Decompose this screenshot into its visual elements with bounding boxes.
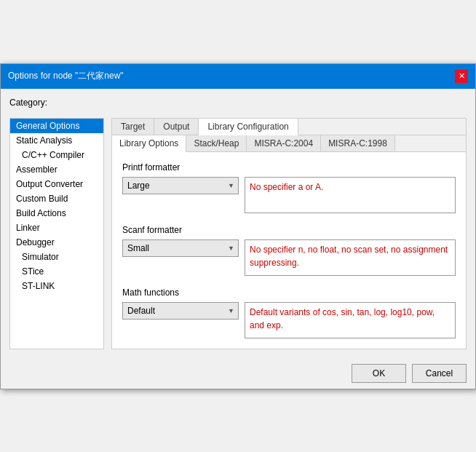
select-scanf-formatter[interactable]: TinySmallLargeFull bbox=[122, 239, 239, 257]
title-bar: Options for node "二代家new" ✕ bbox=[1, 64, 475, 89]
form-row-math-functions: DefaultInteger onlyFullDefault variants … bbox=[122, 302, 456, 338]
dialog-window: Options for node "二代家new" ✕ Category: Ge… bbox=[0, 63, 476, 389]
select-printf-formatter[interactable]: TinySmallLargeFull bbox=[122, 177, 239, 194]
label-math-functions: Math functions bbox=[122, 288, 456, 298]
sidebar-item-linker[interactable]: Linker bbox=[10, 221, 103, 235]
category-label: Category: bbox=[9, 98, 467, 108]
sidebar-item-general-options[interactable]: General Options bbox=[10, 119, 103, 133]
form-group-printf-formatter: Printf formatterTinySmallLargeFullNo spe… bbox=[122, 162, 456, 213]
description-math-functions: Default variants of cos, sin, tan, log, … bbox=[245, 302, 456, 338]
description-scanf-formatter: No specifier n, no float, no scan set, n… bbox=[245, 239, 456, 276]
tab-target[interactable]: Target bbox=[112, 119, 154, 135]
content-area: TargetOutputLibrary Configuration Librar… bbox=[111, 118, 467, 349]
tab-library-options[interactable]: Library Options bbox=[112, 135, 186, 152]
sidebar-item-stice[interactable]: STice bbox=[10, 264, 103, 279]
dialog-body: Category: General OptionsStatic Analysis… bbox=[1, 89, 475, 358]
sidebar-item-static-analysis[interactable]: Static Analysis bbox=[10, 133, 103, 148]
dialog-footer: OK Cancel bbox=[1, 358, 475, 389]
sidebar-item-output-converter[interactable]: Output Converter bbox=[10, 177, 103, 191]
form-group-math-functions: Math functionsDefaultInteger onlyFullDef… bbox=[122, 288, 456, 338]
sidebar-item-build-actions[interactable]: Build Actions bbox=[10, 206, 103, 221]
sidebar-item-st-link[interactable]: ST-LINK bbox=[10, 279, 103, 293]
sidebar-item-simulator[interactable]: Simulator bbox=[10, 250, 103, 264]
tab-output[interactable]: Output bbox=[154, 119, 199, 135]
tabs-row2: Library OptionsStack/HeapMISRA-C:2004MIS… bbox=[112, 135, 466, 152]
select-wrapper-scanf-formatter: TinySmallLargeFull bbox=[122, 239, 239, 257]
label-scanf-formatter: Scanf formatter bbox=[122, 225, 456, 235]
close-button[interactable]: ✕ bbox=[455, 70, 468, 83]
label-printf-formatter: Printf formatter bbox=[122, 162, 456, 173]
sidebar-item-cpp-compiler[interactable]: C/C++ Compiler bbox=[10, 148, 103, 162]
sidebar-item-custom-build[interactable]: Custom Build bbox=[10, 191, 103, 206]
main-area: General OptionsStatic AnalysisC/C++ Comp… bbox=[9, 118, 467, 349]
content-panel: Printf formatterTinySmallLargeFullNo spe… bbox=[112, 152, 466, 349]
form-row-scanf-formatter: TinySmallLargeFullNo specifier n, no flo… bbox=[122, 239, 456, 276]
form-row-printf-formatter: TinySmallLargeFullNo specifier a or A. bbox=[122, 177, 456, 213]
sidebar-item-assembler[interactable]: Assembler bbox=[10, 162, 103, 177]
select-wrapper-printf-formatter: TinySmallLargeFull bbox=[122, 177, 239, 194]
description-printf-formatter: No specifier a or A. bbox=[245, 177, 456, 213]
dialog-title: Options for node "二代家new" bbox=[8, 70, 124, 82]
select-wrapper-math-functions: DefaultInteger onlyFull bbox=[122, 302, 239, 320]
cancel-button[interactable]: Cancel bbox=[412, 364, 467, 383]
ok-button[interactable]: OK bbox=[352, 364, 406, 383]
tab-misra-c-2004[interactable]: MISRA-C:2004 bbox=[247, 135, 321, 151]
tabs-row1: TargetOutputLibrary Configuration bbox=[112, 119, 466, 135]
tab-library-config[interactable]: Library Configuration bbox=[199, 119, 298, 135]
tab-misra-c-1998[interactable]: MISRA-C:1998 bbox=[321, 135, 395, 151]
tab-stack-heap[interactable]: Stack/Heap bbox=[186, 135, 247, 151]
sidebar-item-debugger[interactable]: Debugger bbox=[10, 235, 103, 250]
sidebar: General OptionsStatic AnalysisC/C++ Comp… bbox=[9, 118, 104, 349]
form-group-scanf-formatter: Scanf formatterTinySmallLargeFullNo spec… bbox=[122, 225, 456, 276]
select-math-functions[interactable]: DefaultInteger onlyFull bbox=[122, 302, 239, 320]
